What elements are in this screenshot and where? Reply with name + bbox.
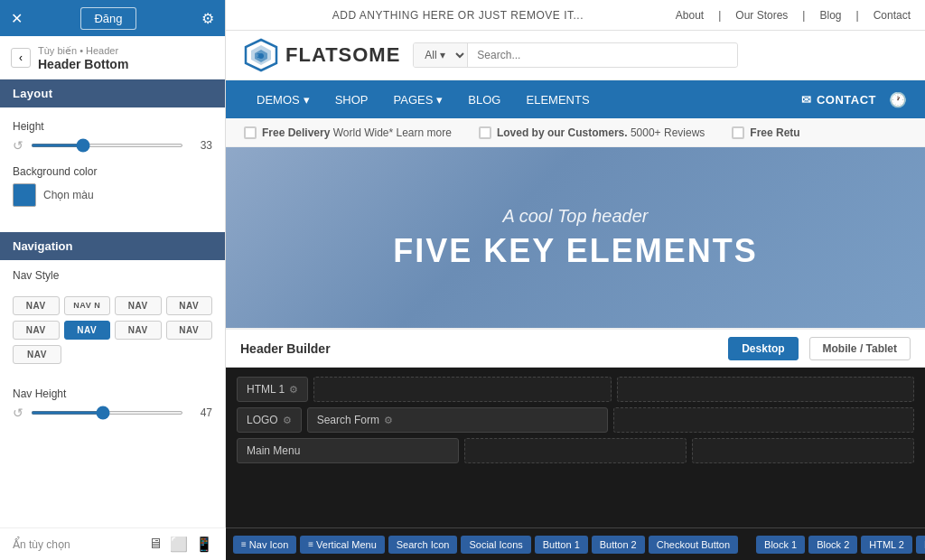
nav-style-label: Nav Style <box>0 260 225 285</box>
row3-empty-1[interactable] <box>464 438 687 463</box>
save-button[interactable]: Đăng <box>80 7 135 30</box>
hero-area: A cool Top header FIVE KEY ELEMENTS <box>226 147 925 328</box>
checkout-button-button[interactable]: Checkout Button <box>649 536 738 554</box>
search-icon-button[interactable]: Search Icon <box>388 536 458 554</box>
top-bar-links: About | Our Stores | Blog | Contact <box>676 9 911 22</box>
mail-icon: ✉ <box>801 93 812 107</box>
bg-color-label: Background color <box>13 165 212 178</box>
tablet-icon[interactable]: ⬜ <box>170 536 188 553</box>
desktop-view-button[interactable]: Desktop <box>728 337 798 360</box>
about-link[interactable]: About <box>676 9 704 22</box>
nav-pages[interactable]: PAGES ▾ <box>381 80 456 118</box>
nav-style-5[interactable]: NAV <box>13 321 60 340</box>
button2-button[interactable]: Button 2 <box>592 536 645 554</box>
top-bar: ADD ANYTHING HERE OR JUST REMOVE IT... A… <box>226 0 925 31</box>
nav-elements[interactable]: ELEMENTS <box>513 80 602 118</box>
row2-empty-1[interactable] <box>613 407 914 433</box>
nav-style-4[interactable]: NAV <box>166 296 213 315</box>
close-icon[interactable]: ✕ <box>11 10 23 27</box>
row3-empty-2[interactable] <box>692 438 914 463</box>
blog-link[interactable]: Blog <box>819 9 841 22</box>
ticker-bar: Free Delivery World Wide* Learn more Lov… <box>226 118 925 147</box>
desktop-icon[interactable]: 🖥 <box>148 536 163 553</box>
hero-title: FIVE KEY ELEMENTS <box>393 232 757 270</box>
builder-row-3: Main Menu <box>237 438 914 463</box>
nav-style-8[interactable]: NAV <box>166 321 213 340</box>
vertical-menu-prefix: ≡ <box>308 539 313 549</box>
social-icons-button[interactable]: Social Icons <box>461 536 530 554</box>
html1-cell[interactable]: HTML 1 ⚙ <box>237 377 308 402</box>
contact-link[interactable]: Contact <box>874 9 911 22</box>
footer-hidden-label: Ẩn tùy chọn <box>13 538 139 551</box>
nav-style-7[interactable]: NAV <box>115 321 162 340</box>
nav-demos[interactable]: DEMOS ▾ <box>244 80 322 118</box>
search-input[interactable] <box>468 44 737 66</box>
color-swatch[interactable] <box>13 183 36 207</box>
block2-button[interactable]: Block 2 <box>808 536 857 554</box>
search-form-cell[interactable]: Search Form ⚙ <box>307 407 608 433</box>
bg-color-field: Background color Chọn màu <box>13 165 212 207</box>
nav-height-value: 47 <box>191 406 212 419</box>
ticker-dot-1 <box>244 126 257 139</box>
main-menu-cell[interactable]: Main Menu <box>237 438 459 463</box>
builder-bar: Header Builder Desktop Mobile / Tablet <box>226 328 925 368</box>
nav-height-slider-wrap: ↺ 47 <box>13 406 212 420</box>
our-stores-link[interactable]: Our Stores <box>735 9 788 22</box>
mobile-icon[interactable]: 📱 <box>195 536 213 553</box>
html1-gear-icon: ⚙ <box>289 384 298 396</box>
ticker-3: Free Retu <box>732 126 799 139</box>
back-button[interactable]: ‹ <box>11 48 31 68</box>
height-slider[interactable] <box>31 144 183 147</box>
html3-button[interactable]: HTML 3 <box>916 536 925 554</box>
vertical-menu-button[interactable]: ≡ Vertical Menu <box>300 536 385 554</box>
nav-height-reset-icon[interactable]: ↺ <box>13 406 23 420</box>
gear-icon[interactable]: ⚙ <box>201 10 214 27</box>
nav-icon-button[interactable]: ≡ Nav Icon <box>233 536 296 554</box>
panel-body: Layout Height ↺ 33 Background color Chọn… <box>0 79 225 560</box>
search-form-gear-icon: ⚙ <box>384 415 393 426</box>
svg-text:3: 3 <box>257 51 261 60</box>
ticker-1: Free Delivery World Wide* Learn more <box>244 126 452 139</box>
builder-row-1: HTML 1 ⚙ <box>237 377 914 402</box>
button1-button[interactable]: Button 1 <box>535 536 588 554</box>
nav-style-grid-row3: NAV <box>0 345 225 375</box>
navigation-section-header: Navigation <box>0 232 225 260</box>
builder-canvas: HTML 1 ⚙ LOGO ⚙ Search Form ⚙ Main Menu <box>226 368 925 527</box>
panel-footer: Ẩn tùy chọn 🖥 ⬜ 📱 <box>0 527 226 560</box>
nav-shop[interactable]: SHOP <box>322 80 381 118</box>
height-field: Height ↺ 33 <box>13 120 212 153</box>
html2-button[interactable]: HTML 2 <box>861 536 912 554</box>
nav-style-1[interactable]: NAV <box>13 296 60 315</box>
nav-blog[interactable]: BLOG <box>455 80 513 118</box>
color-label[interactable]: Chọn màu <box>43 189 94 201</box>
hero-subtitle: A cool Top header <box>503 206 649 227</box>
logo-cell[interactable]: LOGO ⚙ <box>237 407 302 433</box>
nav-style-grid-row1: NAV NAV N NAV NAV <box>0 285 225 321</box>
nav-height-slider[interactable] <box>31 411 183 415</box>
row1-empty-2[interactable] <box>617 377 914 402</box>
logo-diamond-icon: 3 <box>244 38 278 72</box>
nav-style-grid-row2: NAV NAV NAV NAV <box>0 321 225 345</box>
breadcrumb-parent: Tùy biến • Header <box>38 45 118 56</box>
mobile-view-button[interactable]: Mobile / Tablet <box>809 337 911 360</box>
color-row: Chọn màu <box>13 183 212 207</box>
layout-section-header: Layout <box>0 79 225 107</box>
search-category-select[interactable]: All ▾ <box>414 43 468 67</box>
nav-style-3[interactable]: NAV <box>115 296 162 315</box>
height-reset-icon[interactable]: ↺ <box>13 138 23 153</box>
breadcrumb: ‹ Tùy biến • Header Header Bottom <box>0 36 225 79</box>
page-title: Header Bottom <box>38 57 128 71</box>
row1-empty-1[interactable] <box>313 377 611 402</box>
logo-bar: 3 FLATSOME All ▾ <box>226 31 925 80</box>
nav-style-2[interactable]: NAV N <box>64 296 111 315</box>
site-header: 3 FLATSOME All ▾ DEMOS ▾ SHOP PAGES ▾ BL… <box>226 31 925 147</box>
ticker-dot-2 <box>479 126 491 139</box>
panel-header: ✕ Đăng ⚙ <box>0 0 225 36</box>
block1-button[interactable]: Block 1 <box>756 536 805 554</box>
nav-style-6[interactable]: NAV <box>64 321 111 340</box>
logo: 3 FLATSOME <box>244 38 400 72</box>
logo-gear-icon: ⚙ <box>283 415 292 426</box>
contact-button[interactable]: ✉ CONTACT <box>792 93 885 107</box>
nav-style-9[interactable]: NAV <box>13 345 61 364</box>
ticker-2: Loved by our Customers. 5000+ Reviews <box>479 126 705 139</box>
